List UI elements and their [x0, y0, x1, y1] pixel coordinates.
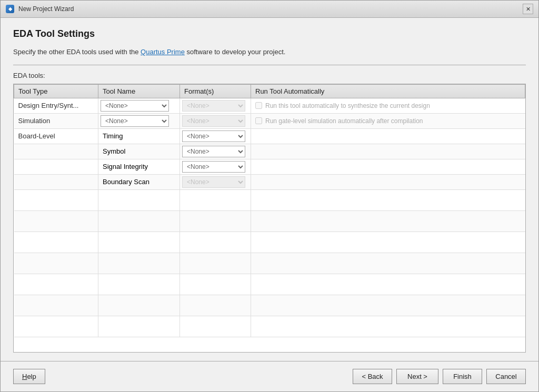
run-auto-cell [251, 174, 525, 189]
empty-cell [180, 274, 251, 295]
table-row-empty [14, 253, 525, 274]
format-select-4[interactable]: <None> [182, 161, 245, 173]
run-auto-cell: Run this tool automatically to synthesiz… [251, 98, 525, 113]
empty-cell [14, 316, 98, 337]
table-row: Symbol <None> [14, 144, 525, 159]
tool-type-cell [14, 174, 98, 189]
run-auto-checkbox-1[interactable] [255, 117, 262, 124]
tool-type-cell [14, 159, 98, 174]
format-cell: <None> [180, 113, 251, 128]
main-window: ◆ New Project Wizard ✕ EDA Tool Settings… [0, 0, 539, 392]
empty-cell [180, 316, 251, 337]
empty-cell [98, 274, 180, 295]
footer-left: Help [13, 369, 45, 384]
table-row-empty [14, 189, 525, 210]
divider [13, 65, 526, 65]
footer-right: < Back Next > Finish Cancel [353, 369, 526, 384]
footer: Help < Back Next > Finish Cancel [1, 361, 538, 391]
empty-cell [251, 274, 525, 295]
format-select-1[interactable]: <None> [182, 115, 245, 127]
col-header-tool-type: Tool Type [14, 84, 98, 98]
run-auto-cell [251, 159, 525, 174]
format-select-3[interactable]: <None> [182, 146, 245, 157]
empty-cell [180, 189, 251, 210]
app-icon: ◆ [6, 5, 14, 13]
cancel-button-label: Cancel [495, 373, 516, 380]
run-auto-checkbox-0[interactable] [255, 102, 262, 109]
tool-name-cell: <None> [98, 113, 180, 128]
tool-type-cell: Simulation [14, 113, 98, 128]
eda-tools-table-container: Tool Type Tool Name Format(s) Run Tool A… [13, 84, 526, 353]
format-cell: <None> [180, 98, 251, 113]
help-button-label: Help [22, 373, 36, 380]
eda-tools-table: Tool Type Tool Name Format(s) Run Tool A… [14, 84, 525, 337]
empty-cell [98, 210, 180, 232]
tool-type-cell: Board-Level [14, 128, 98, 144]
empty-cell [251, 253, 525, 274]
cancel-button[interactable]: Cancel [486, 369, 526, 384]
run-auto-checkbox-label-0: Run this tool automatically to synthesiz… [255, 102, 521, 109]
tool-name-static-2: Timing [101, 132, 123, 140]
empty-cell [98, 232, 180, 253]
finish-button[interactable]: Finish [443, 369, 482, 384]
empty-cell [251, 316, 525, 337]
tool-name-static-4: Signal Integrity [101, 163, 148, 170]
format-select-0[interactable]: <None> [182, 100, 245, 112]
page-title: EDA Tool Settings [13, 28, 526, 39]
empty-cell [14, 274, 98, 295]
tool-type-cell: Design Entry/Synt... [14, 98, 98, 113]
title-bar: ◆ New Project Wizard ✕ [1, 1, 538, 18]
format-cell: <None> [180, 128, 251, 144]
empty-cell [14, 253, 98, 274]
empty-cell [14, 295, 98, 316]
empty-cell [251, 210, 525, 232]
tool-name-cell: Symbol [98, 144, 180, 159]
quartus-prime-link[interactable]: Quartus Prime [141, 48, 185, 56]
run-auto-cell: Run gate-level simulation automatically … [251, 113, 525, 128]
empty-cell [14, 189, 98, 210]
format-select-5[interactable]: <None> [182, 176, 245, 188]
run-auto-cell [251, 144, 525, 159]
page-description: Specify the other EDA tools used with th… [13, 47, 526, 57]
table-row-empty [14, 316, 525, 337]
run-auto-checkbox-label-1: Run gate-level simulation automatically … [255, 117, 521, 125]
tool-name-cell: Signal Integrity [98, 159, 180, 174]
table-row: Simulation <None> <None> [14, 113, 525, 128]
tool-name-static-3: Symbol [101, 147, 125, 155]
col-header-run-auto: Run Tool Automatically [251, 84, 525, 98]
empty-cell [98, 295, 180, 316]
back-button-label: < Back [362, 373, 383, 380]
tool-name-select-1[interactable]: <None> [101, 115, 169, 127]
format-cell: <None> [180, 159, 251, 174]
help-button[interactable]: Help [13, 369, 45, 384]
run-auto-text-1: Run gate-level simulation automatically … [265, 117, 423, 125]
finish-button-label: Finish [453, 373, 472, 380]
next-button-label: Next > [407, 373, 427, 380]
empty-cell [14, 232, 98, 253]
table-row-empty [14, 210, 525, 232]
tool-name-cell: Timing [98, 128, 180, 144]
tool-name-select-0[interactable]: <None> [101, 100, 169, 112]
empty-cell [98, 253, 180, 274]
table-row-empty [14, 295, 525, 316]
format-select-2[interactable]: <None> [182, 130, 245, 142]
empty-cell [251, 189, 525, 210]
tool-name-cell: <None> [98, 98, 180, 113]
table-row: Board-Level Timing <None> [14, 128, 525, 144]
close-button[interactable]: ✕ [523, 4, 533, 14]
empty-cell [251, 295, 525, 316]
next-button[interactable]: Next > [396, 369, 438, 384]
table-row-empty [14, 274, 525, 295]
table-row: Boundary Scan <None> [14, 174, 525, 189]
back-button[interactable]: < Back [353, 369, 392, 384]
empty-cell [180, 295, 251, 316]
window-title: New Project Wizard [18, 5, 74, 13]
empty-cell [180, 253, 251, 274]
format-cell: <None> [180, 174, 251, 189]
empty-cell [251, 232, 525, 253]
col-header-tool-name: Tool Name [98, 84, 180, 98]
title-bar-left: ◆ New Project Wizard [6, 5, 74, 13]
content-area: EDA Tool Settings Specify the other EDA … [1, 18, 538, 361]
tool-name-static-5: Boundary Scan [101, 178, 149, 186]
tool-name-cell: Boundary Scan [98, 174, 180, 189]
